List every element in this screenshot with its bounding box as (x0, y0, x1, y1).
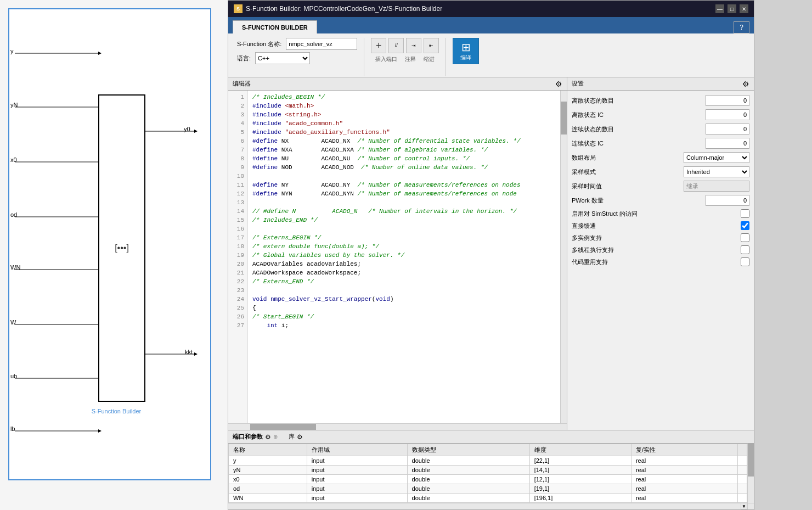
bottom-header: 端口和参数 ⚙ ⊕ 库 ⚙ (228, 430, 754, 444)
toolbar-insert-section: + // ⇥ ⇤ 插入端口 注释 缩进 (366, 36, 443, 65)
cont-states-input[interactable] (706, 124, 749, 134)
scroll-down-icon[interactable]: ▼ (741, 503, 747, 509)
col-complex-header: 复/实性 (631, 444, 737, 456)
col-spacer (738, 444, 747, 456)
discrete-ic-input[interactable] (706, 109, 749, 120)
setting-array-layout: 数组布局 Column-major Row-major (572, 152, 749, 163)
editor-settings-icon[interactable]: ⚙ (555, 80, 562, 88)
cell-name: WN (229, 494, 307, 503)
array-layout-label: 数组布局 (572, 154, 679, 162)
simstruct-checkbox[interactable] (741, 209, 749, 218)
discrete-states-input[interactable] (706, 95, 749, 106)
setting-direct-feedthrough: 直接馈通 (572, 221, 749, 230)
code-content[interactable]: /* Includes_BEGIN */ #include <math.h> #… (248, 91, 560, 423)
titlebar: S S-Function Builder: MPCControllerCodeG… (228, 1, 754, 17)
divider-2 (446, 38, 446, 76)
table-row[interactable]: odinputdouble[19,1]real (229, 484, 747, 494)
help-button[interactable]: ? (734, 21, 749, 33)
setting-pwork: PWork 数量 (572, 195, 749, 206)
tab-sfunc-builder[interactable]: S-FUNCTION BUILDER (233, 20, 317, 33)
pwork-label: PWork 数量 (572, 197, 701, 205)
direct-feedthrough-checkbox[interactable] (741, 221, 749, 230)
simstruct-label: 启用对 SimStruct 的访问 (572, 210, 736, 218)
cell-dtype: double (407, 466, 529, 475)
cell-scope: input (307, 466, 407, 475)
window-title: S-Function Builder: MPCControllerCodeGen… (246, 5, 442, 13)
signal-y: y (10, 48, 14, 54)
cell-scope: input (307, 484, 407, 494)
settings-gear-icon[interactable]: ⚙ (742, 80, 749, 88)
cell-dtype: double (407, 475, 529, 484)
block-dots-icon: [•••] (115, 243, 129, 253)
block-name-label: S-Function Builder (72, 408, 160, 414)
code-reuse-checkbox[interactable] (741, 257, 749, 266)
table-row[interactable]: x0inputdouble[12,1]real (229, 475, 747, 484)
array-layout-select[interactable]: Column-major Row-major (684, 152, 749, 163)
signal-x0: x0 (10, 156, 17, 163)
cell-complexity: real (631, 456, 737, 466)
cell-complexity: real (631, 494, 737, 503)
toolbar-name-section: S-Function 名称: 语言: C++ C (233, 36, 362, 66)
sample-time-label: 采样时间值 (572, 182, 679, 190)
multithread-checkbox[interactable] (741, 245, 749, 254)
lang-label: 语言: (237, 54, 251, 63)
compile-button[interactable]: ⊞ 编译 (453, 38, 479, 64)
annotate-label: 注释 (405, 55, 416, 63)
setting-discrete-ic: 离散状态 IC (572, 109, 749, 120)
settings-panel: 设置 ⚙ 离散状态的数目 离散状态 IC 连续状态的数 (567, 77, 754, 430)
sfunc-block[interactable]: [•••] (98, 94, 145, 402)
setting-cont-states: 连续状态的数目 (572, 124, 749, 134)
maximize-button[interactable]: □ (728, 4, 736, 13)
cont-ic-input[interactable] (706, 138, 749, 149)
cell-dims: [196,1] (529, 494, 631, 503)
table-row[interactable]: yinputdouble[22,1]real (229, 456, 747, 466)
cell-dtype: double (407, 484, 529, 494)
plus-icon: + (376, 40, 382, 52)
divider-1 (364, 38, 364, 76)
bottom-vscrollbar[interactable] (747, 444, 754, 503)
col-dims-header: 维度 (529, 444, 631, 456)
cell-scope: input (307, 456, 407, 466)
indent-button[interactable]: ⇥ (406, 38, 421, 53)
setting-multi-instance: 多实例支持 (572, 233, 749, 242)
signal-WN: WN (10, 264, 20, 271)
toolbar-area: S-Function 名称: 语言: C++ C + // (228, 33, 754, 77)
cell-complexity: real (631, 466, 737, 475)
horizontal-scrollbar[interactable] (228, 423, 567, 430)
svg-marker-1 (98, 52, 101, 55)
insert-port-button[interactable]: + (371, 38, 386, 53)
compile-icon: ⊞ (461, 41, 471, 54)
cell-complexity: real (631, 475, 737, 484)
dedent-icon: ⇤ (429, 43, 433, 48)
title-left: S S-Function Builder: MPCControllerCodeG… (234, 4, 442, 13)
multi-instance-checkbox[interactable] (741, 233, 749, 242)
table-row[interactable]: yNinputdouble[14,1]real (229, 466, 747, 475)
pwork-input[interactable] (706, 195, 749, 206)
insert-btns-row: + // ⇥ ⇤ (371, 38, 439, 53)
sfunc-name-input[interactable] (286, 38, 357, 50)
indent-label: 缩进 (424, 55, 435, 63)
ports-params-gear-icon[interactable]: ⚙ (265, 433, 271, 441)
settings-header: 设置 ⚙ (567, 77, 754, 91)
multi-instance-label: 多实例支持 (572, 234, 736, 242)
bottom-hscrollbar[interactable]: ▼ (228, 503, 754, 509)
sample-mode-select[interactable]: Inherited Continuous Discrete (684, 166, 749, 177)
close-button[interactable]: ✕ (740, 4, 748, 13)
annotate-button[interactable]: // (388, 38, 404, 53)
table-row[interactable]: WNinputdouble[196,1]real (229, 494, 747, 503)
dedent-button[interactable]: ⇤ (424, 38, 439, 53)
main-content: 编辑器 ⚙ 12345 678910 1112131415 1617181920… (228, 77, 754, 430)
cell-dtype: double (407, 494, 529, 503)
lang-select[interactable]: C++ C (255, 52, 310, 64)
code-editor[interactable]: 12345 678910 1112131415 1617181920 21222… (228, 91, 567, 423)
bottom-vscrollbar-thumb (748, 444, 754, 477)
lib-settings-icon[interactable]: ⚙ (297, 433, 303, 441)
col-name-header: 名称 (229, 444, 307, 456)
insert-label: 插入端口 (375, 55, 397, 63)
bottom-panel: 端口和参数 ⚙ ⊕ 库 ⚙ 名称 作用域 数据类型 维度 复/实性 (228, 430, 754, 509)
vertical-scrollbar[interactable] (560, 91, 567, 423)
cell-name: y (229, 456, 307, 466)
cell-dtype: double (407, 456, 529, 466)
signal-lb: lb (10, 425, 15, 432)
minimize-button[interactable]: — (715, 4, 724, 13)
